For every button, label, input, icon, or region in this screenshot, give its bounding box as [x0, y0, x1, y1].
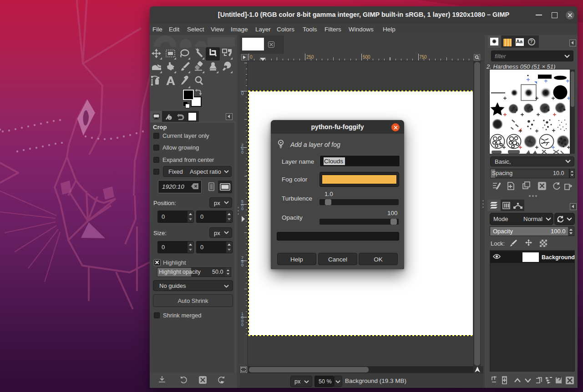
svg-text:i: i: [169, 116, 170, 120]
